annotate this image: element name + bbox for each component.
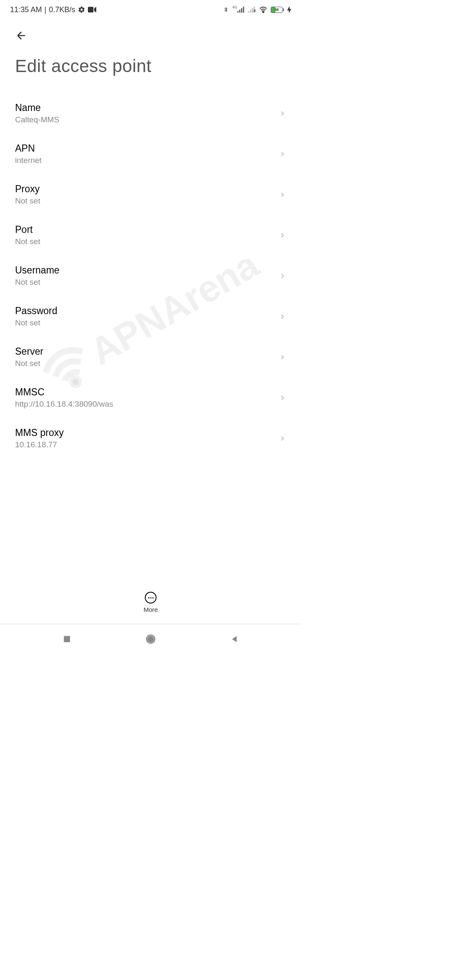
page-title: Edit access point: [0, 44, 301, 85]
setting-label: MMSC: [15, 387, 279, 398]
wifi-icon: [259, 6, 267, 13]
svg-rect-11: [64, 636, 70, 642]
svg-point-9: [263, 12, 264, 13]
more-icon: [145, 592, 157, 603]
video-icon: [88, 7, 96, 13]
chevron-right-icon: [279, 150, 286, 158]
chevron-right-icon: [279, 435, 286, 442]
setting-label: Server: [15, 346, 279, 357]
status-data-rate: 0.7KB/s: [49, 5, 75, 14]
status-left: 11:35 AM | 0.7KB/s: [10, 5, 96, 14]
nav-home-button[interactable]: [142, 631, 159, 647]
setting-value: 10.16.18.77: [15, 440, 279, 449]
setting-value: Not set: [15, 359, 279, 368]
navigation-bar: [0, 624, 301, 653]
chevron-right-icon: [279, 394, 286, 402]
setting-username[interactable]: Username Not set: [0, 255, 301, 296]
svg-rect-4: [243, 7, 244, 13]
setting-label: Password: [15, 305, 279, 317]
back-triangle-icon: [230, 634, 239, 644]
chevron-right-icon: [279, 232, 286, 239]
status-time: 11:35 AM: [10, 5, 42, 14]
setting-mms-proxy[interactable]: MMS proxy 10.16.18.77: [0, 418, 301, 459]
setting-value: internet: [15, 156, 279, 165]
setting-value: Not set: [15, 318, 279, 328]
svg-rect-3: [241, 8, 242, 13]
setting-label: Username: [15, 265, 279, 276]
setting-value: Calteq-MMS: [15, 115, 279, 124]
signal-no-sim-icon: [248, 6, 256, 13]
settings-list: Name Calteq-MMS APN internet Proxy Not s…: [0, 85, 301, 467]
svg-rect-7: [252, 8, 253, 13]
charging-icon: [287, 6, 291, 13]
status-separator: |: [44, 5, 46, 14]
setting-server[interactable]: Server Not set: [0, 337, 301, 377]
setting-label: APN: [15, 143, 279, 154]
setting-value: http://10.16.18.4:38090/was: [15, 400, 279, 409]
bluetooth-icon: [223, 5, 229, 14]
signal-4g-icon: 4G: [232, 6, 245, 13]
home-icon: [145, 634, 156, 645]
status-right: 4G 38: [223, 5, 291, 14]
setting-name[interactable]: Name Calteq-MMS: [0, 93, 301, 134]
setting-label: MMS proxy: [15, 427, 279, 438]
setting-value: Not set: [15, 237, 279, 246]
setting-label: Name: [15, 102, 279, 113]
svg-rect-6: [250, 10, 252, 13]
chevron-right-icon: [279, 313, 286, 320]
chevron-right-icon: [279, 272, 286, 280]
back-arrow-icon: [15, 29, 28, 42]
svg-rect-5: [248, 11, 249, 13]
setting-port[interactable]: Port Not set: [0, 215, 301, 255]
more-label: More: [144, 606, 158, 613]
svg-rect-1: [237, 11, 239, 13]
setting-mmsc[interactable]: MMSC http://10.16.18.4:38090/was: [0, 377, 301, 418]
back-button[interactable]: [0, 19, 301, 44]
setting-value: Not set: [15, 196, 279, 206]
more-button[interactable]: More: [144, 592, 158, 613]
recent-apps-icon: [62, 634, 72, 644]
svg-rect-2: [239, 10, 241, 13]
chevron-right-icon: [279, 191, 286, 199]
gear-icon: [78, 6, 85, 13]
setting-password[interactable]: Password Not set: [0, 296, 301, 337]
setting-value: Not set: [15, 278, 279, 287]
svg-point-13: [148, 636, 154, 642]
setting-label: Port: [15, 224, 279, 235]
bottom-action-bar: More: [0, 583, 301, 620]
chevron-right-icon: [279, 110, 286, 117]
chevron-right-icon: [279, 353, 286, 361]
nav-recent-button[interactable]: [59, 631, 75, 647]
setting-label: Proxy: [15, 183, 279, 195]
svg-rect-0: [88, 7, 93, 12]
setting-apn[interactable]: APN internet: [0, 134, 301, 174]
status-bar: 11:35 AM | 0.7KB/s 4G 38: [0, 0, 301, 19]
setting-proxy[interactable]: Proxy Not set: [0, 174, 301, 215]
nav-back-button[interactable]: [226, 631, 243, 647]
battery-icon: 38: [271, 7, 284, 13]
